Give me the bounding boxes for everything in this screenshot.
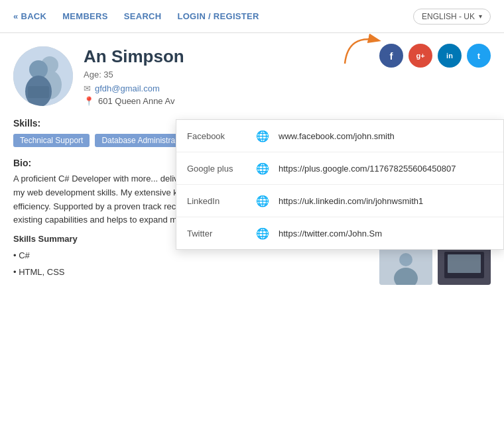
skill-tag: Technical Support	[13, 134, 90, 147]
email-value: gfdh@gmail.com	[95, 83, 160, 93]
members-link[interactable]: MEMBERS	[62, 11, 108, 21]
googleplus-icon-button[interactable]: g+	[409, 44, 432, 68]
social-popup: Facebook 🌐 www.facebook.com/john.smith G…	[176, 119, 504, 250]
profile-address: 📍 601 Queen Anne Av	[84, 96, 491, 106]
popup-twitter-label: Twitter	[187, 229, 247, 238]
globe-icon-twitter: 🌐	[255, 225, 271, 241]
language-selector[interactable]: ENGLISH - UK ▾	[413, 9, 491, 25]
popup-facebook-label: Facebook	[187, 131, 247, 141]
popup-row-linkedin: LinkedIn 🌐 https://uk.linkedin.com/in/jo…	[176, 185, 503, 217]
popup-linkedin-label: LinkedIn	[187, 196, 247, 206]
popup-row-facebook: Facebook 🌐 www.facebook.com/john.smith	[176, 120, 503, 152]
nav-bar: « BACK MEMBERS SEARCH LOGIN / REGISTER E…	[0, 0, 504, 33]
googleplus-letter: g+	[416, 52, 424, 60]
language-label: ENGLISH - UK	[422, 12, 475, 21]
popup-row-twitter: Twitter 🌐 https://twitter.com/John.Sm	[176, 217, 503, 249]
twitter-letter: t	[477, 51, 480, 61]
skill-tag: Database Administra...	[95, 134, 188, 147]
svg-rect-5	[28, 86, 49, 98]
avatar	[13, 46, 73, 106]
profile-age: Age: 35	[84, 70, 491, 80]
facebook-letter: f	[390, 50, 393, 62]
popup-googleplus-url: https://plus.google.com/1176782556064508…	[279, 164, 493, 174]
twitter-icon-button[interactable]: t	[467, 44, 491, 68]
mail-icon: ✉	[84, 83, 91, 93]
svg-point-7	[399, 253, 412, 266]
caret-icon: ▾	[479, 13, 482, 20]
back-link[interactable]: « BACK	[13, 11, 46, 21]
popup-twitter-url: https://twitter.com/John.Sm	[279, 229, 493, 238]
photo-thumb-1	[379, 245, 432, 285]
globe-icon-facebook: 🌐	[255, 128, 271, 144]
profile-header: An Simpson Age: 35 ✉ gfdh@gmail.com 📍 60…	[0, 33, 504, 113]
linkedin-icon-button[interactable]: in	[438, 44, 462, 68]
arrow-decoration	[342, 30, 388, 70]
popup-linkedin-url: https://uk.linkedin.com/in/johnwsmith1	[279, 196, 493, 206]
globe-icon-linkedin: 🌐	[255, 193, 271, 209]
globe-icon-googleplus: 🌐	[255, 160, 271, 176]
social-icons-top: f g+ in t	[379, 44, 491, 68]
search-link[interactable]: SEARCH	[124, 11, 162, 21]
pin-icon: 📍	[84, 96, 94, 106]
svg-rect-11	[448, 254, 481, 273]
profile-email: ✉ gfdh@gmail.com	[84, 83, 491, 93]
linkedin-letter: in	[446, 52, 453, 60]
photos-row	[379, 245, 491, 285]
page-wrapper: An Simpson Age: 35 ✉ gfdh@gmail.com 📍 60…	[0, 33, 504, 424]
address-value: 601 Queen Anne Av	[98, 96, 174, 106]
login-link[interactable]: LOGIN / REGISTER	[177, 11, 259, 21]
popup-row-googleplus: Google plus 🌐 https://plus.google.com/11…	[176, 152, 503, 185]
popup-googleplus-label: Google plus	[187, 164, 247, 174]
photo-thumb-2	[438, 245, 491, 285]
popup-facebook-url: www.facebook.com/john.smith	[279, 131, 493, 141]
